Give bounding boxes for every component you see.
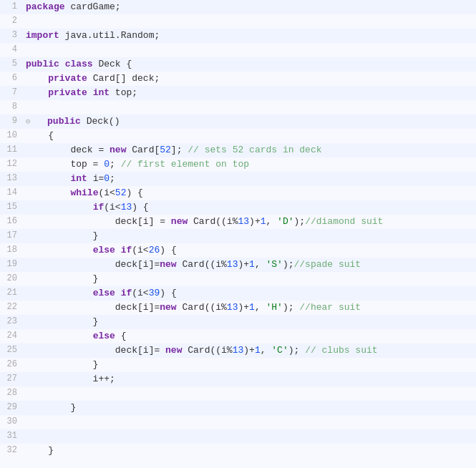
plain-token: );	[283, 302, 299, 313]
num-token: 13	[227, 259, 238, 270]
line-content	[23, 415, 476, 429]
plain-token: i=	[87, 173, 104, 184]
code-line: 7 private int top;	[0, 86, 476, 100]
num-token: 13	[227, 302, 238, 313]
plain-token: (i<	[132, 245, 148, 255]
kw-token: package	[26, 1, 65, 12]
code-line: 2	[0, 14, 476, 29]
code-line: 23 }	[0, 315, 476, 329]
code-editor: 1package cardGame;2 3import java.util.Ra…	[0, 0, 476, 468]
cm-token: // sets 52 cards in deck	[182, 145, 321, 155]
plain-token: cardGame;	[65, 1, 121, 12]
code-line: 30	[0, 415, 476, 429]
line-content	[23, 100, 476, 114]
plain-token: (i<	[104, 202, 120, 213]
kw-token: int	[93, 87, 110, 98]
line-number: 10	[0, 129, 23, 143]
num-token: 1	[255, 345, 261, 356]
plain-token: ;	[110, 159, 115, 170]
num-token: 1	[261, 216, 266, 227]
plain-token	[26, 202, 93, 213]
line-number: 26	[0, 358, 23, 372]
plain-token	[59, 59, 65, 69]
plain-token	[115, 288, 121, 298]
line-number: 19	[0, 258, 23, 272]
plain-token	[115, 245, 121, 255]
line-content: ⊖ public Deck()	[23, 114, 476, 129]
line-number: 2	[0, 14, 23, 29]
line-number: 32	[0, 444, 23, 458]
plain-token	[31, 116, 47, 127]
num-token: 13	[233, 345, 244, 356]
plain-token: deck[i]=	[26, 302, 160, 313]
line-number: 31	[0, 429, 23, 444]
code-line: 22 deck[i]=new Card((i%13)+1, 'H'); //he…	[0, 301, 476, 315]
plain-token: ,	[261, 345, 272, 356]
num-token: 13	[121, 202, 132, 213]
plain-token: Card[] deck;	[87, 73, 160, 84]
code-line: 26 }	[0, 358, 476, 372]
num-token: 13	[238, 216, 249, 227]
line-content: int i=0;	[23, 172, 476, 186]
plain-token: deck[i]=	[26, 259, 160, 270]
line-content: public class Deck {	[23, 57, 476, 72]
line-number: 18	[0, 243, 23, 258]
line-content: }	[23, 315, 476, 329]
line-number: 15	[0, 200, 23, 215]
line-content: }	[23, 229, 476, 243]
kw-token: else	[93, 288, 115, 298]
num-token: 0	[104, 159, 110, 170]
code-line: 5public class Deck {	[0, 57, 476, 72]
num-token: 52	[115, 187, 127, 198]
line-content: }	[23, 401, 476, 415]
num-token: 0	[104, 173, 110, 184]
plain-token: Deck {	[93, 59, 132, 69]
str-token: 'H'	[266, 302, 283, 313]
code-line: 25 deck[i]= new Card((i%13)+1, 'C'); // …	[0, 343, 476, 358]
line-number: 22	[0, 301, 23, 315]
plain-token: deck =	[26, 145, 110, 155]
plain-token: ,	[255, 302, 266, 313]
line-content	[23, 429, 476, 444]
plain-token: deck[i] =	[26, 216, 171, 227]
line-number: 16	[0, 215, 23, 229]
kw-token: private	[48, 73, 87, 84]
line-number: 17	[0, 229, 23, 243]
plain-token	[26, 73, 48, 84]
plain-token: {	[26, 130, 54, 141]
plain-token: )+	[249, 216, 261, 227]
plain-token: (i<	[98, 187, 115, 198]
line-content: }	[23, 358, 476, 372]
plain-token	[26, 288, 93, 298]
kw-token: new	[165, 345, 182, 356]
str-token: 'S'	[266, 259, 283, 270]
cm-token: //spade suit	[294, 259, 361, 270]
line-number: 23	[0, 315, 23, 329]
code-line: 9⊖ public Deck()	[0, 114, 476, 129]
line-content: deck[i]= new Card((i%13)+1, 'C'); // clu…	[23, 343, 476, 358]
line-content: deck = new Card[52]; // sets 52 cards in…	[23, 143, 476, 157]
plain-token: )+	[238, 259, 249, 270]
code-line: 29 }	[0, 401, 476, 415]
line-number: 12	[0, 157, 23, 172]
line-number: 9	[0, 114, 23, 129]
line-number: 20	[0, 272, 23, 286]
cm-token: //diamond suit	[305, 216, 383, 227]
str-token: 'C'	[271, 345, 288, 356]
kw-token: new	[110, 145, 126, 155]
kw-token: if	[121, 245, 132, 255]
plain-token: );	[283, 259, 294, 270]
code-line: 28	[0, 386, 476, 401]
code-line: 14 while(i<52) {	[0, 186, 476, 200]
line-content: i++;	[23, 372, 476, 386]
plain-token: {	[115, 331, 127, 341]
plain-token: }	[26, 316, 98, 327]
line-number: 24	[0, 329, 23, 343]
plain-token: ) {	[160, 288, 176, 298]
code-line: 18 else if(i<26) {	[0, 243, 476, 258]
plain-token: )+	[243, 345, 255, 356]
plain-token: ) {	[160, 245, 176, 255]
line-number: 28	[0, 386, 23, 401]
line-content	[23, 386, 476, 401]
plain-token	[26, 331, 93, 341]
